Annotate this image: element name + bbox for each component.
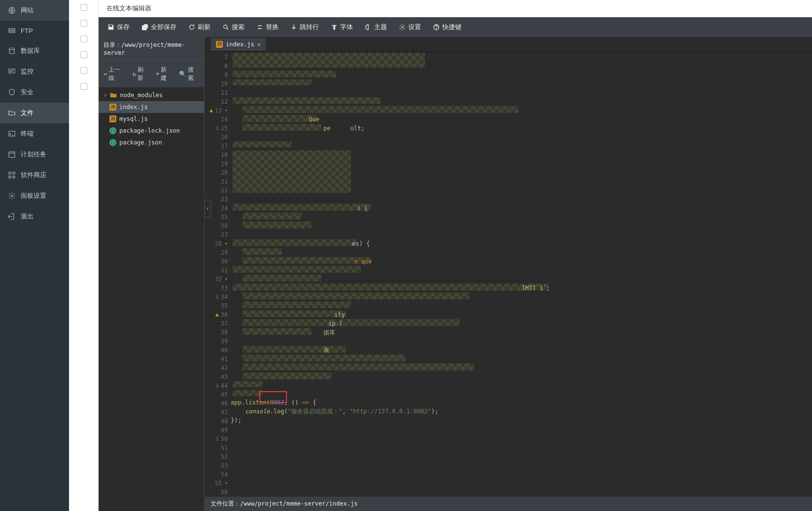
gutter-line: 20 (210, 168, 228, 177)
sidebar-item-label: 文件 (21, 109, 34, 117)
settings-icon (8, 192, 16, 200)
sidebar-item-software[interactable]: 软件商店 (0, 165, 69, 185)
line-gutter: 789101112▲13▾14i151617181920212223242526… (205, 52, 231, 497)
gutter-line: 26 (210, 221, 228, 230)
gutter-line: 33 (210, 284, 228, 292)
editor-title: 在线文本编辑器 (99, 0, 812, 17)
svg-rect-8 (13, 172, 15, 174)
goto-line-button[interactable]: 跳转行 (285, 20, 324, 35)
folder-icon (110, 92, 117, 99)
tree-new-button[interactable]: +新建 (153, 64, 175, 84)
row-checkbox[interactable] (80, 83, 87, 90)
sidebar-item-cron[interactable]: 计划任务 (0, 144, 69, 165)
js-file-icon: JS (109, 115, 116, 122)
tree-file[interactable]: JS mysql.js (99, 113, 204, 125)
shortcuts-button[interactable]: 快捷键 (428, 20, 466, 35)
main-area: 在线文本编辑器 保存 全部保存 刷新 搜索 替换 跳转行 字体 主题 设置 快捷… (99, 0, 812, 511)
globe-icon (8, 6, 16, 14)
search-icon: 🔍 (179, 71, 186, 77)
sidebar-item-files[interactable]: 文件 (0, 103, 69, 123)
save-button[interactable]: 保存 (103, 20, 135, 35)
gutter-line: 56 (210, 488, 228, 497)
gutter-line: 39 (210, 337, 228, 346)
row-checkbox[interactable] (80, 67, 87, 74)
tree-up-button[interactable]: ↩上一级 (101, 64, 129, 84)
tree-file[interactable]: JS index.js (99, 101, 204, 113)
editor-tab[interactable]: JS index.js ✕ (211, 38, 266, 51)
theme-icon (365, 24, 372, 31)
sidebar-item-monitor[interactable]: 监控 (0, 61, 69, 82)
code-scroll[interactable]: 789101112▲13▾14i151617181920212223242526… (205, 52, 812, 497)
code-content[interactable]: Que peult; ) { es) { + que IMIT 1`; ity … (231, 52, 812, 497)
gutter-line: 53 (210, 461, 228, 470)
settings-button[interactable]: 设置 (394, 20, 426, 35)
help-icon (433, 24, 440, 31)
sidebar-item-label: 监控 (21, 67, 34, 76)
search-button[interactable]: 搜索 (217, 20, 249, 35)
sidebar-item-label: 网站 (21, 6, 34, 15)
refresh-button[interactable]: 刷新 (183, 20, 215, 35)
logout-icon (8, 213, 16, 220)
chevron-right-icon: › (104, 92, 107, 99)
tree-file[interactable]: {} package.json (99, 137, 204, 148)
collapse-tree-handle[interactable]: ‹ (204, 200, 211, 218)
folder-icon (8, 109, 16, 117)
save-all-button[interactable]: 全部保存 (137, 20, 181, 35)
row-checkbox-column (69, 0, 99, 511)
tree-item-label: mysql.js (119, 115, 148, 122)
gutter-line: 7 (210, 53, 228, 62)
gutter-line: 41 (210, 355, 228, 364)
gutter-line: 14 (210, 115, 228, 124)
fold-icon[interactable]: ▾ (225, 239, 228, 248)
fold-icon[interactable]: ▾ (225, 275, 228, 284)
sidebar-item-logout[interactable]: 退出 (0, 206, 69, 227)
js-file-icon: JS (216, 41, 223, 48)
tree-search-button[interactable]: 🔍搜索 (176, 64, 202, 84)
tree-file[interactable]: {} package-lock.json (99, 125, 204, 137)
cron-icon (8, 150, 16, 158)
tree-item-label: package-lock.json (119, 127, 180, 134)
gutter-line: 43 (210, 372, 228, 381)
js-file-icon: JS (109, 104, 116, 110)
directory-bar: 目录：/www/project/meme-server (99, 37, 204, 60)
close-icon[interactable]: ✕ (257, 41, 261, 48)
row-checkbox[interactable] (80, 20, 87, 27)
svg-point-12 (224, 25, 227, 29)
apps-icon (8, 171, 16, 179)
sidebar-item-label: 计划任务 (21, 150, 46, 159)
theme-button[interactable]: 主题 (360, 20, 392, 35)
sidebar-item-panel-settings[interactable]: 面板设置 (0, 185, 69, 206)
gutter-line: 27 (210, 230, 228, 239)
terminal-icon (8, 130, 16, 138)
replace-button[interactable]: 替换 (251, 20, 283, 35)
fold-icon[interactable]: ▾ (225, 479, 228, 488)
database-icon (8, 47, 16, 55)
sidebar-item-security[interactable]: 安全 (0, 82, 69, 103)
row-checkbox[interactable] (80, 51, 87, 58)
status-bar: 文件位置：/www/project/meme-server/index.js (205, 497, 812, 511)
gear-icon (399, 24, 406, 31)
gutter-line: 35 (210, 301, 228, 310)
gutter-line: 37 (210, 319, 228, 328)
gutter-line: 52 (210, 452, 228, 461)
gutter-line: 47 (210, 408, 228, 417)
fold-icon[interactable]: ▾ (225, 106, 228, 115)
gutter-line: 24 (210, 204, 228, 213)
sidebar-item-database[interactable]: 数据库 (0, 40, 69, 61)
sidebar-item-terminal[interactable]: 终端 (0, 123, 69, 144)
monitor-icon (8, 68, 16, 75)
sidebar-item-website[interactable]: 网站 (0, 0, 69, 21)
gutter-line: 54 (210, 470, 228, 479)
row-checkbox[interactable] (80, 36, 87, 42)
gutter-line: 42 (210, 364, 228, 372)
row-checkbox[interactable] (80, 4, 87, 11)
tree-refresh-button[interactable]: ↻刷新 (130, 64, 152, 84)
tree-folder[interactable]: › node_modules (99, 89, 204, 101)
svg-rect-1 (9, 29, 15, 30)
sidebar-item-ftp[interactable]: FTP (0, 21, 69, 40)
gutter-line: 10 (210, 79, 228, 88)
status-path: /www/project/meme-server/index.js (240, 500, 357, 507)
gutter-line: i44 (210, 381, 228, 390)
info-icon: i (216, 124, 219, 133)
font-button[interactable]: 字体 (326, 20, 358, 35)
